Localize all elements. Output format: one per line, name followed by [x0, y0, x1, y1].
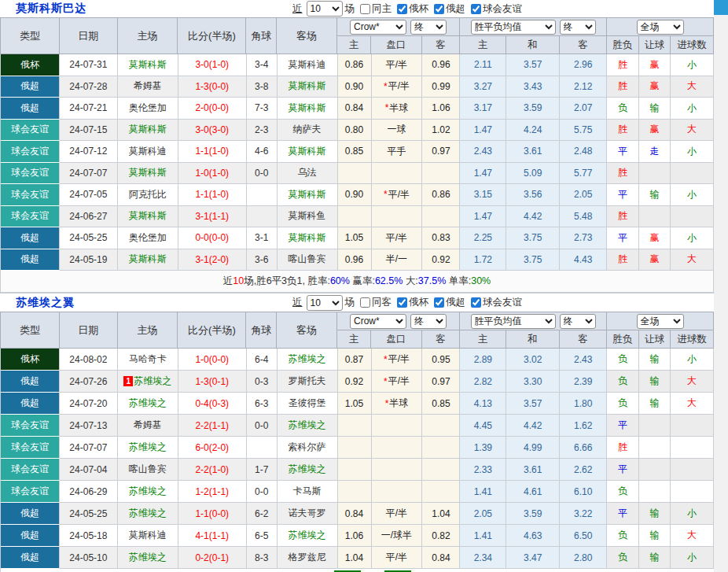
cell-result [639, 415, 671, 437]
filter-controls: 近10场同主俄杯俄超球会友谊 [292, 0, 522, 17]
cell-result [639, 163, 671, 185]
cell-home-team: 奥伦堡加 [118, 98, 178, 120]
cell-avg-odds: 2.80 [560, 547, 607, 569]
cell-result [639, 459, 671, 481]
cell-result: 胜 [607, 437, 639, 459]
cell-home-odds: 0.80 [338, 120, 372, 142]
cell-corner [247, 184, 278, 206]
rank-badge: 1 [123, 376, 133, 386]
cell-home-odds [338, 206, 372, 228]
cell-league-type: 球会友谊 [1, 437, 60, 459]
table-row: 俄超24-07-28希姆基1-3(0-0)3-8莫斯科斯0.90*平/半0.99… [1, 76, 714, 98]
bookmaker-select[interactable]: Crow* [350, 20, 406, 35]
final-select[interactable]: 终 [560, 314, 596, 329]
filter-label: 俄杯 [409, 296, 428, 309]
cell-result: 小 [671, 227, 714, 249]
cell-home-odds: 1.05 [338, 227, 372, 249]
cell-handicap [372, 415, 423, 437]
cell-avg-odds: 4.99 [506, 437, 560, 459]
table-row: 俄超24-05-25苏维埃之1-1(0-0)6-2诺夫哥罗0.84平/半1.04… [1, 503, 714, 525]
filter-checkbox[interactable] [434, 297, 444, 308]
cell-avg-odds: 2.05 [560, 184, 607, 206]
cell-score: 2-0(0-0) [178, 98, 247, 120]
match-count-select[interactable]: 10 [307, 295, 343, 311]
subcol-header: 进球数 [671, 330, 714, 349]
cell-home-odds: 0.92 [338, 371, 372, 393]
cell-corner: 3-1 [247, 227, 278, 249]
cell-home-team: 莫斯科斯 [118, 54, 178, 76]
table-row: 球会友谊24-07-12莫斯科迪1-1(1-0)4-6莫斯科斯0.85平手0.9… [1, 141, 714, 163]
cell-avg-odds: 2.73 [560, 227, 607, 249]
cell-home-odds [338, 459, 372, 481]
scrollbar-thumb[interactable] [714, 0, 728, 15]
cell-avg-odds: 6.10 [560, 481, 607, 503]
cell-result: 平 [607, 141, 639, 163]
cell-home-team: 希姆基 [118, 415, 178, 437]
cell-result: 小 [671, 547, 714, 569]
cell-away-odds [422, 437, 460, 459]
subcol-header: 客 [422, 330, 460, 349]
cell-home-odds: 0.87 [338, 349, 372, 371]
cell-away-team: 莫斯科斯 [278, 141, 338, 163]
cell-avg-odds: 3.57 [506, 54, 560, 76]
cell-home-team: 1苏维埃之 [118, 371, 178, 393]
cell-date: 24-07-07 [60, 437, 118, 459]
cell-avg-odds: 2.96 [560, 54, 607, 76]
cell-home-team: 苏维埃之 [118, 481, 178, 503]
cell-away-team: 索科尔萨 [278, 437, 338, 459]
cell-result: 小 [671, 98, 714, 120]
cell-league-type: 俄超 [1, 503, 60, 525]
filter-checkbox[interactable] [471, 4, 481, 14]
filter-checkbox[interactable] [434, 4, 444, 14]
table-row: 俄超24-05-10苏维埃之0-2(0-1)8-3格罗兹尼1.04平/半0.84… [1, 547, 714, 569]
cell-score: 2-2(1-1) [178, 415, 247, 437]
match-history-page: 莫斯科斯巴达 近10场同主俄杯俄超球会友谊 类型日期主场比分(半场)角球客场Cr… [0, 0, 728, 572]
cell-corner: 4-6 [247, 141, 278, 163]
header-group: Crow*终主盘口客 [337, 18, 460, 54]
summary-segment: 场,胜6平3负1, 胜率: [244, 275, 330, 286]
subcol-header: 让球 [639, 36, 671, 54]
filter-checkbox[interactable] [360, 4, 370, 14]
cell-league-type: 球会友谊 [1, 184, 60, 206]
cell-avg-odds: 3.02 [506, 349, 560, 371]
cell-avg-odds: 2.07 [560, 98, 607, 120]
scrollbar-track[interactable] [714, 0, 728, 572]
filter-checkbox[interactable] [397, 297, 407, 308]
filter-checkbox[interactable] [360, 297, 370, 308]
col-header: 客场 [277, 312, 337, 349]
cell-score: 1-1(1-0) [178, 141, 247, 163]
subcol-header: 盘口 [371, 36, 422, 54]
final-select[interactable]: 终 [410, 20, 447, 35]
col-header: 比分(半场) [178, 312, 246, 349]
cell-avg-odds: 3.15 [460, 184, 506, 206]
scope-select[interactable]: 全场 [637, 20, 684, 35]
cell-avg-odds: 1.39 [460, 437, 506, 459]
final-select[interactable]: 终 [560, 20, 596, 35]
final-select[interactable]: 终 [410, 314, 447, 329]
cell-away-team: 喀山鲁宾 [278, 249, 338, 271]
cell-away-team: 苏维埃之 [278, 459, 338, 481]
filter-checkbox[interactable] [471, 297, 481, 308]
cell-result: 负 [607, 371, 639, 393]
cell-home-team: 莫斯科迪 [118, 141, 178, 163]
cell-avg-odds: 4.42 [506, 206, 560, 228]
filter-checkbox[interactable] [397, 4, 407, 14]
cell-away-odds [422, 459, 460, 481]
scope-select[interactable]: 全场 [637, 314, 684, 329]
match-count-select[interactable]: 10 [307, 1, 343, 17]
bookmaker-select[interactable]: Crow* [350, 314, 406, 329]
avg-type-select[interactable]: 胜平负均值 [471, 20, 556, 35]
cell-avg-odds: 3.17 [460, 98, 506, 120]
cell-date: 24-05-18 [60, 525, 118, 547]
subcol-header: 客 [560, 330, 607, 349]
cell-corner: 3-4 [247, 54, 278, 76]
cell-league-type: 球会友谊 [1, 481, 60, 503]
cell-avg-odds: 3.75 [506, 249, 560, 271]
avg-type-select[interactable]: 胜平负均值 [471, 314, 556, 329]
cell-avg-odds: 1.41 [460, 481, 506, 503]
cell-away-odds [422, 163, 460, 185]
summary-segment: 单率: [446, 275, 471, 286]
cell-away-odds: 0.95 [422, 349, 460, 371]
table-header: 类型日期主场比分(半场)角球客场Crow*终主盘口客胜平负均值终主和客全场胜负让… [0, 312, 714, 349]
cell-result [639, 206, 671, 228]
